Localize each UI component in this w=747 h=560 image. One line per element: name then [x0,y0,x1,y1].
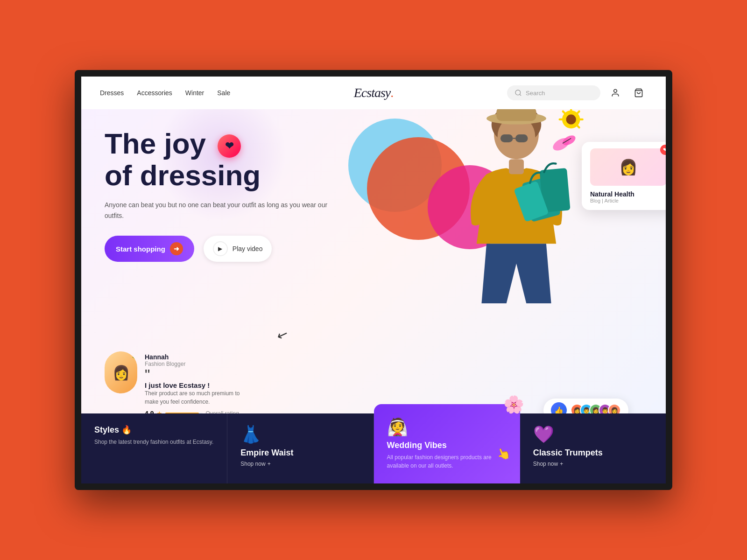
nav-accessories[interactable]: Accessories [137,89,172,97]
svg-point-0 [515,90,521,95]
health-heart-icon: ❤ [660,145,666,155]
svg-rect-25 [559,119,566,120]
wedding-vibes-section: 🌸 👰 Wedding Vibes All popular fashion de… [374,404,520,483]
user-icon [611,88,620,98]
testimonial-role: Fashion Blogger [145,361,247,367]
testimonial-detail: Their product are so much premium to mak… [145,389,247,406]
heart-badge: ❤ [218,134,241,158]
svg-rect-6 [500,134,513,142]
quote-mark: " [145,371,247,378]
testimonial-name: Hannah [145,353,247,361]
plus-icon: + [268,461,271,467]
empire-waist-icon: 👗 [240,425,360,444]
user-icon-btn[interactable] [607,84,624,101]
fire-icon: 🔥 [121,425,132,434]
nav-right: Search [507,84,647,101]
classic-trumpets-section: 💜 Classic Trumpets Shop now + [520,413,666,483]
search-placeholder: Search [526,90,545,97]
testimonial-quote: I just love Ecstasy ! [145,381,247,389]
play-icon: ▶ [213,241,228,256]
svg-point-19 [566,114,576,124]
navbar: Dresses Accessories Winter Sale Ecstasy.… [81,77,666,109]
hero-content: The joy ❤ of dressing Anyone can beat yo… [105,128,329,262]
testimonial: 👩 Hannah Fashion Blogger " I just love E… [105,351,247,417]
plus-icon-2: + [560,461,563,467]
nav-sale[interactable]: Sale [217,89,230,97]
health-card-subtitle: Blog | Article [590,198,666,203]
svg-rect-7 [515,134,528,142]
start-shopping-button[interactable]: Start shopping ➜ [105,236,194,262]
nav-winter[interactable]: Winter [185,89,204,97]
health-card-image: 👩 ❤ [590,148,666,186]
empire-waist-title: Empire Waist [240,448,360,458]
svg-rect-10 [496,109,536,121]
bottom-bar: Styles 🔥 Shop the latest trendy fashion … [81,413,666,483]
nav-links: Dresses Accessories Winter Sale [100,89,230,97]
hero-title: The joy ❤ of dressing [105,128,329,191]
arrow-decoration: ↙ [275,326,290,344]
search-bar[interactable]: Search [507,85,600,100]
search-icon [514,89,522,97]
svg-point-1 [614,90,617,93]
testimonial-avatar: 👩 [105,351,137,393]
svg-rect-22 [576,119,584,120]
trumpets-icon: 💜 [533,425,653,444]
hero-subtitle: Anyone can beat you but no one can beat … [105,200,329,221]
main-frame: Dresses Accessories Winter Sale Ecstasy.… [75,70,672,490]
wedding-title: Wedding Vibes [387,441,507,450]
flower-decoration: 🌸 [503,395,524,414]
wedding-icon: 👰 [387,417,507,437]
logo[interactable]: Ecstasy. [354,85,394,100]
hero-section: The joy ❤ of dressing Anyone can beat yo… [81,109,666,427]
cart-icon-btn[interactable] [630,84,647,101]
btn-group: Start shopping ➜ ▶ Play video [105,236,329,262]
nav-dresses[interactable]: Dresses [100,89,124,97]
trumpets-title: Classic Trumpets [533,448,653,458]
svg-rect-11 [509,159,524,174]
styles-section: Styles 🔥 Shop the latest trendy fashion … [81,413,227,483]
arrow-circle-icon: ➜ [170,242,183,255]
empire-waist-section: 👗 Empire Waist Shop now + [227,413,374,483]
play-video-button[interactable]: ▶ Play video [204,236,272,262]
trumpets-shop-now[interactable]: Shop now + [533,461,653,467]
empire-waist-shop-now[interactable]: Shop now + [240,461,360,467]
testimonial-info: Hannah Fashion Blogger " I just love Ecs… [145,351,247,417]
health-card: 👩 ❤ Natural Health Blog | Article [582,142,666,210]
styles-desc: Shop the latest trendy fashion outfits a… [94,438,214,446]
cart-icon [634,88,643,98]
wedding-desc: All popular fashion designers products a… [387,453,507,470]
styles-title: Styles 🔥 [94,425,214,435]
svg-rect-20 [570,109,572,114]
health-card-title: Natural Health [590,190,666,198]
